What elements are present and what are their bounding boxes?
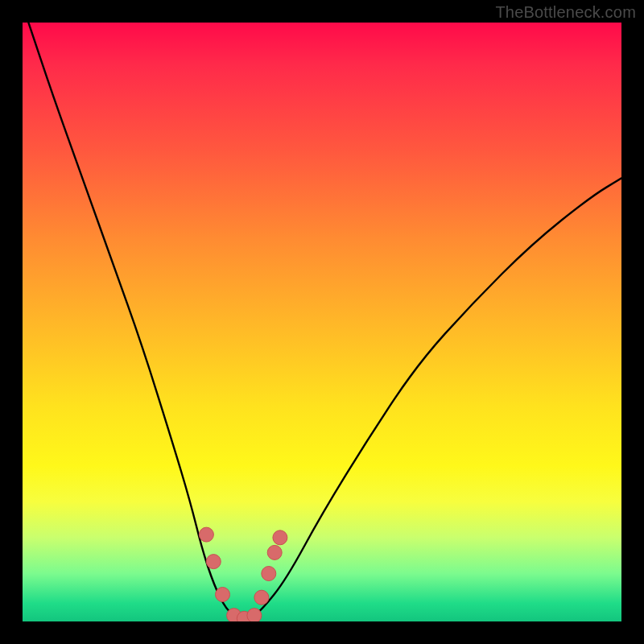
sample-markers xyxy=(199,527,287,621)
sample-marker xyxy=(273,530,287,545)
watermark-text: TheBottleneck.com xyxy=(495,3,636,22)
sample-marker xyxy=(216,588,230,602)
sample-marker xyxy=(267,545,282,559)
sample-marker xyxy=(199,527,213,542)
bottleneck-curve xyxy=(28,23,621,618)
sample-marker xyxy=(247,609,262,621)
chart-frame: TheBottleneck.com xyxy=(0,0,644,644)
sample-marker xyxy=(254,590,269,605)
plot-area xyxy=(23,23,621,621)
sample-marker xyxy=(262,567,276,581)
sample-marker xyxy=(206,555,221,569)
chart-svg xyxy=(23,23,621,621)
